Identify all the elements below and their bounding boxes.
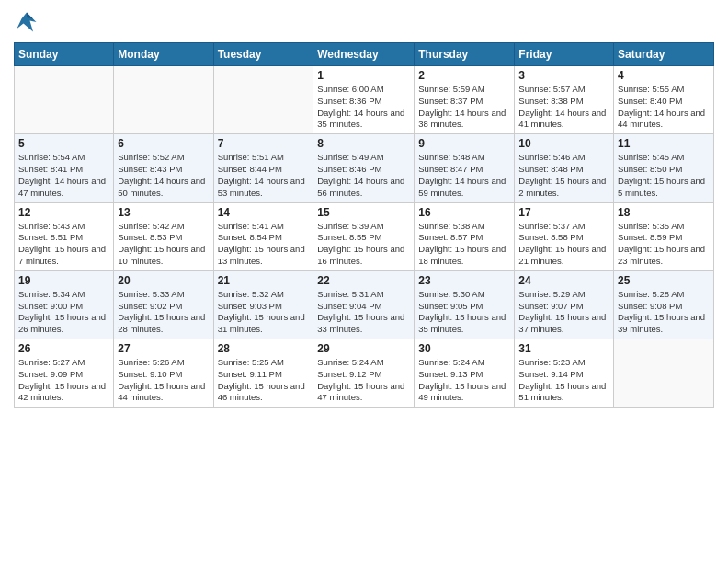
logo [14, 9, 43, 35]
calendar-cell: 8Sunrise: 5:49 AM Sunset: 8:46 PM Daylig… [313, 134, 415, 202]
calendar-week-row: 26Sunrise: 5:27 AM Sunset: 9:09 PM Dayli… [15, 339, 714, 408]
calendar-cell: 20Sunrise: 5:33 AM Sunset: 9:02 PM Dayli… [114, 270, 213, 339]
calendar-week-row: 12Sunrise: 5:43 AM Sunset: 8:51 PM Dayli… [15, 202, 714, 270]
day-number: 18 [618, 206, 710, 219]
day-number: 16 [418, 206, 510, 219]
calendar-cell: 3Sunrise: 5:57 AM Sunset: 8:38 PM Daylig… [515, 66, 614, 134]
day-info: Sunrise: 5:57 AM Sunset: 8:38 PM Dayligh… [518, 84, 609, 131]
calendar-cell: 11Sunrise: 5:45 AM Sunset: 8:50 PM Dayli… [614, 134, 714, 202]
calendar-cell: 14Sunrise: 5:41 AM Sunset: 8:54 PM Dayli… [213, 202, 313, 270]
calendar-cell: 26Sunrise: 5:27 AM Sunset: 9:09 PM Dayli… [15, 339, 114, 408]
day-info: Sunrise: 5:37 AM Sunset: 8:58 PM Dayligh… [518, 221, 609, 268]
day-number: 2 [418, 69, 510, 82]
calendar: SundayMondayTuesdayWednesdayThursdayFrid… [14, 42, 714, 408]
calendar-cell: 27Sunrise: 5:26 AM Sunset: 9:10 PM Dayli… [114, 339, 213, 408]
calendar-cell: 17Sunrise: 5:37 AM Sunset: 8:58 PM Dayli… [515, 202, 614, 270]
day-number: 29 [317, 342, 410, 355]
day-info: Sunrise: 5:35 AM Sunset: 8:59 PM Dayligh… [618, 221, 710, 268]
day-info: Sunrise: 5:49 AM Sunset: 8:46 PM Dayligh… [317, 152, 410, 199]
calendar-cell: 1Sunrise: 6:00 AM Sunset: 8:36 PM Daylig… [313, 66, 415, 134]
day-number: 19 [18, 274, 109, 287]
day-number: 4 [618, 69, 710, 82]
day-number: 3 [518, 69, 609, 82]
calendar-week-row: 5Sunrise: 5:54 AM Sunset: 8:41 PM Daylig… [15, 134, 714, 202]
calendar-cell: 21Sunrise: 5:32 AM Sunset: 9:03 PM Dayli… [213, 270, 313, 339]
day-info: Sunrise: 5:24 AM Sunset: 9:12 PM Dayligh… [317, 357, 410, 404]
day-number: 9 [418, 137, 510, 150]
day-number: 28 [218, 342, 310, 355]
day-number: 13 [118, 206, 209, 219]
header [14, 9, 714, 35]
calendar-cell: 15Sunrise: 5:39 AM Sunset: 8:55 PM Dayli… [313, 202, 415, 270]
calendar-cell: 19Sunrise: 5:34 AM Sunset: 9:00 PM Dayli… [15, 270, 114, 339]
calendar-header-row: SundayMondayTuesdayWednesdayThursdayFrid… [15, 43, 714, 66]
day-number: 12 [18, 206, 109, 219]
calendar-col-header: Monday [114, 43, 213, 66]
day-number: 30 [418, 342, 510, 355]
calendar-cell: 13Sunrise: 5:42 AM Sunset: 8:53 PM Dayli… [114, 202, 213, 270]
calendar-cell: 16Sunrise: 5:38 AM Sunset: 8:57 PM Dayli… [415, 202, 515, 270]
day-info: Sunrise: 5:26 AM Sunset: 9:10 PM Dayligh… [118, 357, 209, 404]
day-info: Sunrise: 5:46 AM Sunset: 8:48 PM Dayligh… [518, 152, 609, 199]
calendar-week-row: 19Sunrise: 5:34 AM Sunset: 9:00 PM Dayli… [15, 270, 714, 339]
calendar-cell: 29Sunrise: 5:24 AM Sunset: 9:12 PM Dayli… [313, 339, 415, 408]
day-number: 23 [418, 274, 510, 287]
day-number: 7 [218, 137, 310, 150]
day-info: Sunrise: 5:48 AM Sunset: 8:47 PM Dayligh… [418, 152, 510, 199]
calendar-cell: 25Sunrise: 5:28 AM Sunset: 9:08 PM Dayli… [614, 270, 714, 339]
calendar-cell: 31Sunrise: 5:23 AM Sunset: 9:14 PM Dayli… [515, 339, 614, 408]
calendar-cell: 28Sunrise: 5:25 AM Sunset: 9:11 PM Dayli… [213, 339, 313, 408]
day-info: Sunrise: 5:39 AM Sunset: 8:55 PM Dayligh… [317, 221, 410, 268]
calendar-cell: 5Sunrise: 5:54 AM Sunset: 8:41 PM Daylig… [15, 134, 114, 202]
day-info: Sunrise: 5:32 AM Sunset: 9:03 PM Dayligh… [218, 289, 310, 336]
day-number: 11 [618, 137, 710, 150]
calendar-cell: 18Sunrise: 5:35 AM Sunset: 8:59 PM Dayli… [614, 202, 714, 270]
day-info: Sunrise: 5:55 AM Sunset: 8:40 PM Dayligh… [618, 84, 710, 131]
day-info: Sunrise: 5:33 AM Sunset: 9:02 PM Dayligh… [118, 289, 209, 336]
calendar-cell: 10Sunrise: 5:46 AM Sunset: 8:48 PM Dayli… [515, 134, 614, 202]
day-info: Sunrise: 5:27 AM Sunset: 9:09 PM Dayligh… [18, 357, 109, 404]
day-info: Sunrise: 5:28 AM Sunset: 9:08 PM Dayligh… [618, 289, 710, 336]
day-number: 6 [118, 137, 209, 150]
calendar-cell: 7Sunrise: 5:51 AM Sunset: 8:44 PM Daylig… [213, 134, 313, 202]
calendar-col-header: Sunday [15, 43, 114, 66]
calendar-cell: 22Sunrise: 5:31 AM Sunset: 9:04 PM Dayli… [313, 270, 415, 339]
day-number: 20 [118, 274, 209, 287]
calendar-col-header: Saturday [614, 43, 714, 66]
day-info: Sunrise: 5:29 AM Sunset: 9:07 PM Dayligh… [518, 289, 609, 336]
calendar-cell: 24Sunrise: 5:29 AM Sunset: 9:07 PM Dayli… [515, 270, 614, 339]
day-number: 26 [18, 342, 109, 355]
day-info: Sunrise: 5:51 AM Sunset: 8:44 PM Dayligh… [218, 152, 310, 199]
day-number: 21 [218, 274, 310, 287]
calendar-col-header: Wednesday [313, 43, 415, 66]
calendar-cell [15, 66, 114, 134]
day-info: Sunrise: 5:31 AM Sunset: 9:04 PM Dayligh… [317, 289, 410, 336]
day-number: 8 [317, 137, 410, 150]
calendar-col-header: Tuesday [213, 43, 313, 66]
calendar-cell [213, 66, 313, 134]
calendar-cell: 4Sunrise: 5:55 AM Sunset: 8:40 PM Daylig… [614, 66, 714, 134]
day-info: Sunrise: 5:30 AM Sunset: 9:05 PM Dayligh… [418, 289, 510, 336]
calendar-cell: 12Sunrise: 5:43 AM Sunset: 8:51 PM Dayli… [15, 202, 114, 270]
day-number: 17 [518, 206, 609, 219]
day-info: Sunrise: 5:38 AM Sunset: 8:57 PM Dayligh… [418, 221, 510, 268]
calendar-cell: 2Sunrise: 5:59 AM Sunset: 8:37 PM Daylig… [415, 66, 515, 134]
calendar-col-header: Thursday [415, 43, 515, 66]
day-number: 22 [317, 274, 410, 287]
day-info: Sunrise: 5:52 AM Sunset: 8:43 PM Dayligh… [118, 152, 209, 199]
day-info: Sunrise: 5:45 AM Sunset: 8:50 PM Dayligh… [618, 152, 710, 199]
calendar-cell: 23Sunrise: 5:30 AM Sunset: 9:05 PM Dayli… [415, 270, 515, 339]
calendar-cell [114, 66, 213, 134]
day-info: Sunrise: 5:59 AM Sunset: 8:37 PM Dayligh… [418, 84, 510, 131]
day-info: Sunrise: 6:00 AM Sunset: 8:36 PM Dayligh… [317, 84, 410, 131]
day-info: Sunrise: 5:24 AM Sunset: 9:13 PM Dayligh… [418, 357, 510, 404]
logo-icon [14, 9, 40, 35]
day-number: 10 [518, 137, 609, 150]
day-number: 1 [317, 69, 410, 82]
page: SundayMondayTuesdayWednesdayThursdayFrid… [0, 0, 728, 417]
day-info: Sunrise: 5:43 AM Sunset: 8:51 PM Dayligh… [18, 221, 109, 268]
day-info: Sunrise: 5:41 AM Sunset: 8:54 PM Dayligh… [218, 221, 310, 268]
day-info: Sunrise: 5:25 AM Sunset: 9:11 PM Dayligh… [218, 357, 310, 404]
calendar-cell: 9Sunrise: 5:48 AM Sunset: 8:47 PM Daylig… [415, 134, 515, 202]
calendar-cell [614, 339, 714, 408]
